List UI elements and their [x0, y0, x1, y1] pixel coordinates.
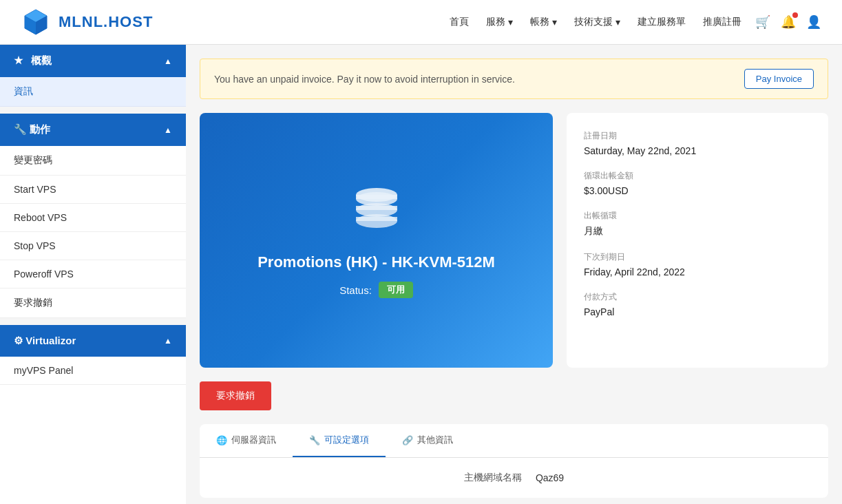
logo-area: MLNL.HOST: [21, 7, 153, 38]
alert-message: You have an unpaid invoice. Pay it now t…: [214, 74, 515, 85]
sidebar-gap-2: [0, 318, 186, 325]
info-payment-method: 付款方式 PayPal: [584, 291, 811, 317]
nav-support[interactable]: 技術支援 ▾: [574, 16, 620, 28]
sidebar-item-stop-vps[interactable]: Stop VPS: [0, 232, 186, 260]
next-due-label: 下次到期日: [584, 251, 811, 263]
content-grid: Promotions (HK) - HK-KVM-512M Status: 可用…: [200, 113, 828, 368]
tabs-container: 🌐 伺服器資訊 🔧 可設定選項 🔗 其他資訊 主機網域名稱 Qaz69: [200, 424, 828, 498]
billing-amount-value: $3.00USD: [584, 185, 811, 196]
info-billing-amount: 循環出帳金額 $3.00USD: [584, 170, 811, 196]
billing-amount-label: 循環出帳金額: [584, 170, 811, 182]
info-billing-cycle: 出帳循環 月繳: [584, 210, 811, 238]
user-icon[interactable]: 👤: [806, 14, 821, 30]
nav-billing[interactable]: 帳務 ▾: [530, 16, 557, 28]
notification-badge: [792, 12, 798, 18]
chevron-down-icon: ▾: [615, 17, 620, 28]
sidebar-item-cancel-request[interactable]: 要求撤銷: [0, 288, 186, 318]
sidebar-item-change-password[interactable]: 變更密碼: [0, 146, 186, 176]
cancel-request-button[interactable]: 要求撤銷: [200, 381, 271, 410]
header: MLNL.HOST 首頁 服務 ▾ 帳務 ▾ 技術支援 ▾ 建立服務單 推廣註冊…: [0, 0, 842, 45]
sidebar-gap-1: [0, 107, 186, 114]
service-status: Status: 可用: [339, 282, 413, 298]
info-next-due: 下次到期日 Friday, April 22nd, 2022: [584, 251, 811, 277]
nav-home[interactable]: 首頁: [450, 16, 469, 28]
svg-point-10: [356, 214, 397, 228]
tab-content: 主機網域名稱 Qaz69: [200, 458, 828, 498]
sidebar-item-start-vps[interactable]: Start VPS: [0, 176, 186, 204]
tab-server-info[interactable]: 🌐 伺服器資訊: [200, 424, 293, 457]
pay-invoice-button[interactable]: Pay Invoice: [744, 69, 814, 89]
status-badge: 可用: [379, 282, 413, 298]
logo-text: MLNL.HOST: [59, 13, 153, 31]
billing-cycle-value: 月繳: [584, 225, 811, 238]
chevron-up-icon: ▲: [164, 56, 172, 66]
register-date-value: Saturday, May 22nd, 2021: [584, 145, 811, 156]
main-content: You have an unpaid invoice. Pay it now t…: [186, 45, 842, 504]
sidebar-item-reboot-vps[interactable]: Reboot VPS: [0, 204, 186, 232]
nav-services[interactable]: 服務 ▾: [486, 16, 513, 28]
star-icon: ★: [14, 54, 23, 66]
tabs-header: 🌐 伺服器資訊 🔧 可設定選項 🔗 其他資訊: [200, 424, 828, 458]
chevron-down-icon: ▾: [552, 17, 557, 28]
layout: ★ 概觀 ▲ 資訊 🔧 動作 ▲ 變更密碼 Start VPS Reboot V…: [0, 45, 842, 504]
link-icon: 🔗: [402, 435, 413, 445]
sidebar-virtualizor-header[interactable]: ⚙ Virtualizor ▲: [0, 325, 186, 357]
status-label: Status:: [339, 284, 372, 296]
wrench-icon: 🔧: [14, 123, 27, 135]
sidebar-overview-header[interactable]: ★ 概觀 ▲: [0, 45, 186, 77]
register-date-label: 註冊日期: [584, 130, 811, 142]
sidebar-virtualizor-block: ⚙ Virtualizor ▲ myVPS Panel: [0, 325, 186, 385]
sidebar-overview-block: ★ 概觀 ▲ 資訊: [0, 45, 186, 107]
tab-other-info[interactable]: 🔗 其他資訊: [386, 424, 470, 457]
sidebar-actions-header[interactable]: 🔧 動作 ▲: [0, 114, 186, 146]
info-panel: 註冊日期 Saturday, May 22nd, 2021 循環出帳金額 $3.…: [567, 113, 828, 368]
sidebar: ★ 概觀 ▲ 資訊 🔧 動作 ▲ 變更密碼 Start VPS Reboot V…: [0, 45, 186, 504]
sidebar-item-myvps-panel[interactable]: myVPS Panel: [0, 357, 186, 385]
gear-icon: ⚙: [14, 335, 23, 346]
globe-icon: 🌐: [216, 435, 227, 445]
main-nav: 首頁 服務 ▾ 帳務 ▾ 技術支援 ▾ 建立服務單 推廣註冊: [450, 16, 741, 28]
tab-field-value: Qaz69: [536, 472, 564, 483]
service-name: Promotions (HK) - HK-KVM-512M: [257, 253, 495, 271]
wrench-icon: 🔧: [309, 435, 320, 445]
nav-create-order[interactable]: 建立服務單: [638, 16, 686, 28]
header-icons: 🛒 🔔 👤: [755, 14, 821, 30]
tab-configurable-options[interactable]: 🔧 可設定選項: [293, 424, 386, 457]
logo-icon: [21, 7, 52, 38]
cart-icon[interactable]: 🛒: [755, 14, 770, 30]
payment-method-value: PayPal: [584, 306, 811, 317]
chevron-up-icon: ▲: [164, 125, 172, 135]
chevron-up-icon: ▲: [164, 336, 172, 346]
payment-method-label: 付款方式: [584, 291, 811, 303]
sidebar-item-info[interactable]: 資訊: [0, 77, 186, 107]
billing-cycle-label: 出帳循環: [584, 210, 811, 222]
notification-icon[interactable]: 🔔: [781, 14, 796, 30]
tab-field-row: 主機網域名稱 Qaz69: [217, 472, 811, 484]
chevron-down-icon: ▾: [508, 17, 513, 28]
alert-banner: You have an unpaid invoice. Pay it now t…: [200, 59, 828, 99]
sidebar-actions-block: 🔧 動作 ▲ 變更密碼 Start VPS Reboot VPS Stop VP…: [0, 114, 186, 318]
sidebar-item-poweroff-vps[interactable]: Poweroff VPS: [0, 260, 186, 288]
service-card: Promotions (HK) - HK-KVM-512M Status: 可用: [200, 113, 553, 368]
nav-affiliate[interactable]: 推廣註冊: [703, 16, 741, 28]
info-register-date: 註冊日期 Saturday, May 22nd, 2021: [584, 130, 811, 156]
tab-field-label: 主機網域名稱: [464, 472, 522, 484]
database-icon: [349, 182, 404, 240]
next-due-value: Friday, April 22nd, 2022: [584, 266, 811, 277]
